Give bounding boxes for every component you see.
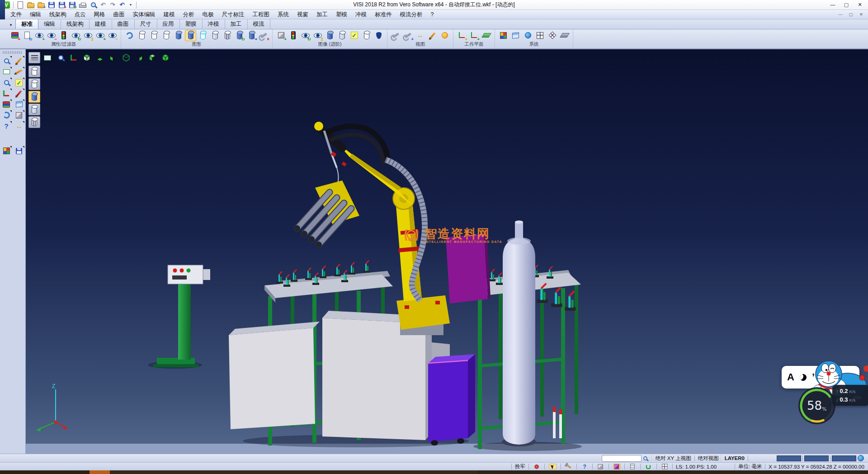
mdi-minimize-button[interactable]: — bbox=[835, 11, 845, 18]
tab-wireframe[interactable]: 线架构 bbox=[61, 19, 90, 29]
select-box-icon[interactable] bbox=[0, 66, 12, 77]
close-button[interactable]: ✕ bbox=[854, 1, 866, 9]
system-globe-icon[interactable] bbox=[522, 30, 533, 41]
tab-dimension[interactable]: 尺寸 bbox=[135, 19, 157, 29]
menu-help[interactable]: ? bbox=[427, 10, 438, 19]
undo-icon[interactable] bbox=[99, 1, 107, 9]
show-all-eye-icon[interactable] bbox=[94, 30, 106, 41]
menu-drawing[interactable]: 工程图 bbox=[249, 10, 274, 19]
menu-standard-parts[interactable]: 标准件 bbox=[371, 10, 396, 19]
rotate-refresh-icon[interactable] bbox=[645, 464, 652, 469]
refresh-graphics-icon[interactable] bbox=[124, 30, 135, 41]
add-entities-icon[interactable] bbox=[275, 30, 287, 41]
redo-icon[interactable] bbox=[108, 1, 117, 9]
cube-left-shaded-icon[interactable] bbox=[146, 52, 158, 63]
layer-filled-icon[interactable] bbox=[173, 30, 184, 41]
help-question-icon[interactable] bbox=[0, 121, 12, 131]
cube-right-shaded-icon[interactable] bbox=[160, 52, 171, 63]
refresh-eye-advanced-icon[interactable] bbox=[300, 30, 311, 41]
save-all-icon[interactable] bbox=[68, 1, 77, 9]
system-grid4-icon[interactable] bbox=[498, 30, 509, 41]
tool-cube-icon[interactable] bbox=[402, 30, 414, 41]
layer-slot-3-selected-icon[interactable] bbox=[28, 91, 40, 103]
cube-half-shaded-icon[interactable] bbox=[107, 52, 119, 63]
system-plane-icon[interactable] bbox=[559, 30, 570, 41]
layer-slot-2-icon[interactable] bbox=[28, 78, 40, 90]
color-swatch-2[interactable] bbox=[804, 455, 829, 461]
scene-3d[interactable] bbox=[26, 49, 868, 454]
edit-spline-icon[interactable] bbox=[13, 88, 25, 99]
layer-empty-1-icon[interactable] bbox=[136, 30, 147, 41]
workplane-plane-icon[interactable] bbox=[481, 30, 492, 41]
select-plane-icon[interactable] bbox=[42, 52, 53, 63]
measure-red-icon[interactable] bbox=[415, 30, 426, 41]
layer-list-icon[interactable] bbox=[629, 464, 636, 469]
layer-delete-striped-icon[interactable] bbox=[222, 30, 233, 41]
shading-cube-icon[interactable] bbox=[13, 110, 25, 120]
view-orientation-label[interactable]: 绝对 XY 上视图 bbox=[656, 455, 691, 462]
record-icon[interactable] bbox=[533, 464, 540, 469]
layer-slot-4-icon[interactable] bbox=[28, 104, 40, 115]
viewport-3d-canvas[interactable]: 智造资料网 INTELLIGENT MANUFACTURING DATA Z A… bbox=[26, 49, 868, 454]
attributes-books-icon[interactable] bbox=[0, 99, 12, 109]
traffic-light-advanced-icon[interactable] bbox=[288, 30, 299, 41]
sketch-pencil-icon[interactable] bbox=[13, 66, 25, 77]
layer-pale-icon[interactable] bbox=[209, 30, 221, 41]
build-hammer-icon[interactable] bbox=[565, 464, 572, 469]
zoom-dynamic-icon[interactable] bbox=[0, 56, 12, 66]
layer-cyan-icon[interactable] bbox=[197, 30, 208, 41]
system-sparkle-icon[interactable] bbox=[547, 30, 558, 41]
refresh-visibility-eye-icon[interactable] bbox=[70, 30, 81, 41]
qat-more-icon[interactable]: ▾ bbox=[127, 1, 134, 9]
cube-wireframe-icon[interactable] bbox=[120, 52, 132, 63]
workplane-axes-icon[interactable] bbox=[456, 30, 467, 41]
cube-side-shaded-icon[interactable] bbox=[133, 52, 145, 63]
move-origin-icon[interactable] bbox=[0, 88, 12, 99]
layer-empty-3-icon[interactable] bbox=[160, 30, 172, 41]
tab-mold[interactable]: 塑膜 bbox=[180, 19, 203, 29]
menu-machining[interactable]: 加工 bbox=[312, 10, 332, 19]
toggle-eye-advanced-icon[interactable] bbox=[312, 30, 323, 41]
view-mode-label[interactable]: 绝对视图 bbox=[698, 455, 719, 462]
toggle-visibility-eye-icon[interactable] bbox=[82, 30, 94, 41]
confirm-check-icon[interactable] bbox=[13, 77, 25, 88]
save-annotate-icon[interactable] bbox=[13, 146, 25, 156]
chart-grid-icon[interactable] bbox=[0, 146, 12, 156]
tab-surface[interactable]: 曲面 bbox=[112, 19, 135, 29]
magenta-panel[interactable] bbox=[446, 232, 491, 303]
purple-cart[interactable] bbox=[428, 354, 475, 446]
search-icon[interactable] bbox=[642, 455, 650, 462]
tab-standard[interactable]: 标准 bbox=[15, 19, 38, 29]
render-smiley-icon[interactable] bbox=[439, 30, 450, 41]
cube-wire-bottom-icon[interactable] bbox=[94, 52, 106, 63]
measure-distance-icon[interactable] bbox=[13, 121, 25, 131]
menu-flow-analysis[interactable]: 模流分析 bbox=[396, 10, 427, 19]
maximize-button[interactable]: ▢ bbox=[840, 1, 853, 9]
new-file-icon[interactable] bbox=[16, 1, 25, 9]
tools-wrench-icon[interactable] bbox=[390, 30, 401, 41]
print-icon[interactable] bbox=[78, 1, 87, 9]
cube-shaded-top-icon[interactable] bbox=[81, 52, 93, 63]
open-file-icon[interactable] bbox=[26, 1, 35, 9]
menu-die[interactable]: 冲模 bbox=[351, 10, 371, 19]
cylinder-light-icon[interactable] bbox=[336, 30, 348, 41]
network-speed-pill[interactable]: ↑ 0.2 K/s ↓ 0.3 K/s bbox=[832, 385, 868, 406]
gas-cylinder[interactable] bbox=[502, 221, 536, 447]
mdi-close-button[interactable]: ✕ bbox=[856, 11, 866, 18]
viewport-menu-icon[interactable] bbox=[28, 52, 40, 63]
hide-remove-eye-icon[interactable] bbox=[46, 30, 57, 41]
menu-edit[interactable]: 编辑 bbox=[26, 10, 45, 19]
menu-window[interactable]: 视窗 bbox=[293, 10, 312, 19]
layer-current-selected-icon[interactable] bbox=[185, 30, 196, 41]
control-cabinet-left[interactable] bbox=[229, 322, 320, 429]
menu-solid-edit[interactable]: 实体编辑 bbox=[129, 10, 160, 19]
attributes-brush-icon[interactable] bbox=[9, 30, 20, 41]
show-add-eye-icon[interactable] bbox=[33, 30, 45, 41]
menu-electrode[interactable]: 电极 bbox=[198, 10, 218, 19]
zoom-fly-icon[interactable] bbox=[55, 52, 66, 63]
toolbar-grip[interactable] bbox=[3, 51, 23, 54]
layer-copy-icon[interactable] bbox=[246, 30, 257, 41]
mdi-restore-button[interactable]: ▢ bbox=[846, 11, 856, 18]
system-monitor-icon[interactable] bbox=[510, 30, 521, 41]
zoom-window-icon[interactable] bbox=[0, 77, 12, 88]
